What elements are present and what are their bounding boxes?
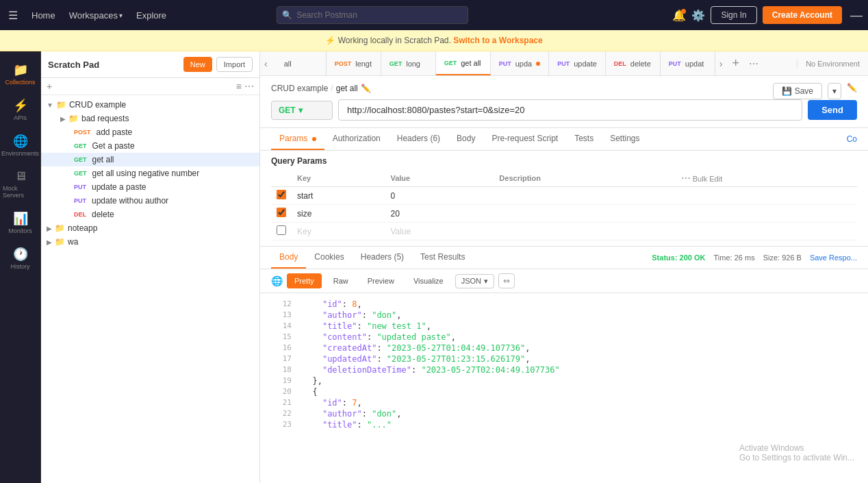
tab-settings[interactable]: Settings (602, 128, 648, 150)
tree-search-input[interactable] (55, 82, 233, 91)
sidebar-item-history[interactable]: 🕐 History (0, 241, 40, 275)
param-size-key[interactable]: size (292, 205, 385, 223)
tab-body[interactable]: Body (448, 128, 483, 150)
sidebar-item-monitors[interactable]: 📊 Monitors (0, 206, 40, 240)
tab-get-all-label: get all (461, 59, 481, 67)
more-icon[interactable]: ⋯ (244, 81, 254, 92)
update-paste-label: update a paste (92, 182, 254, 192)
format-pretty[interactable]: Pretty (287, 273, 322, 288)
sidebar-item-apis[interactable]: ⚡ APIs (0, 92, 40, 127)
tree-item-noteapp[interactable]: ▶ 📁 noteapp (41, 221, 259, 235)
tab-pre-request[interactable]: Pre-request Script (483, 128, 566, 150)
format-raw[interactable]: Raw (326, 273, 356, 288)
code-line: 23 "title": "..." (260, 419, 868, 430)
sidebar-item-environments[interactable]: 🌐 Environments (0, 128, 40, 162)
sidebar-item-mock-servers[interactable]: 🖥 Mock Servers (0, 164, 40, 204)
tab-put-updat[interactable]: PUT updat (661, 51, 715, 75)
send-button[interactable]: Send (808, 100, 857, 120)
tree-item-bad-requests[interactable]: ▶ 📁 bad requests (41, 112, 259, 125)
tab-authorization[interactable]: Authorization (324, 128, 389, 150)
param-empty-value[interactable]: Value (385, 223, 494, 240)
tree-header-actions: New Import (183, 57, 253, 72)
param-empty-check-cell (271, 223, 292, 240)
param-size-value[interactable]: 20 (385, 205, 494, 223)
tree-item-wa[interactable]: ▶ 📁 wa (41, 235, 259, 249)
line-content: "deletionDateTime": "2023-05-27T02:04:49… (303, 365, 560, 375)
tab-headers[interactable]: Headers (6) (389, 128, 448, 150)
response-tab-cookies[interactable]: Cookies (306, 247, 352, 269)
breadcrumb-collection[interactable]: CRUD example (271, 84, 328, 93)
create-account-button[interactable]: Create Account (763, 6, 842, 24)
param-size-checkbox[interactable] (277, 208, 286, 217)
params-more-button[interactable]: ⋯ (681, 173, 691, 184)
tab-put-upda[interactable]: PUT upda (491, 51, 549, 75)
tabs-prev-button[interactable]: ‹ (260, 58, 272, 69)
json-chevron: ▾ (484, 277, 488, 286)
tree-item-update-paste[interactable]: PUT update a paste (41, 180, 259, 194)
tree-item-crud-root[interactable]: ▼ 📁 CRUD example (41, 98, 259, 112)
bulk-edit-button[interactable]: Bulk Edit (693, 175, 722, 183)
environment-selector[interactable]: No Environment (797, 60, 868, 68)
tab-put-update[interactable]: PUT update (549, 51, 606, 75)
save-button[interactable]: 💾 Save (773, 83, 822, 99)
switch-workspace-link[interactable]: Switch to a Workspace (453, 36, 542, 45)
method-selector[interactable]: GET ▾ (271, 101, 333, 120)
param-start-extra (676, 187, 857, 205)
new-button[interactable]: New (183, 57, 212, 72)
line-number: 20 (271, 387, 292, 396)
response-tab-headers[interactable]: Headers (5) (353, 247, 412, 269)
line-wrap-button[interactable]: ⇔ (498, 273, 515, 288)
param-start-checkbox[interactable] (277, 190, 286, 199)
tab-get-long[interactable]: GET long (381, 51, 436, 75)
tree-item-get-all-neg[interactable]: GET get all using negative number (41, 166, 259, 180)
tab-params[interactable]: Params (271, 128, 324, 150)
tree-item-add-paste[interactable]: POST add paste (41, 125, 259, 139)
new-tab-button[interactable]: + (726, 56, 745, 71)
param-start-value[interactable]: 0 (385, 187, 494, 205)
format-visualize[interactable]: Visualize (406, 273, 451, 288)
param-empty-checkbox[interactable] (277, 225, 286, 235)
plus-icon[interactable]: + (47, 81, 52, 92)
workspaces-menu[interactable]: Workspaces ▾ (64, 8, 128, 23)
notifications-button[interactable]: 🔔 (672, 9, 686, 22)
menu-icon[interactable]: ☰ (5, 6, 21, 25)
param-empty-key[interactable]: Key (292, 223, 385, 240)
sidebar-item-collections[interactable]: 📁 Collections (0, 57, 40, 91)
line-content: "id": 8, (303, 299, 362, 309)
tab-post-lengt[interactable]: POST lengt (327, 51, 381, 75)
response-tab-test-results[interactable]: Test Results (412, 247, 473, 269)
tree-item-update-no-author[interactable]: PUT update withou author (41, 194, 259, 208)
edit-pencil-icon[interactable]: ✏️ (847, 83, 857, 99)
tree-item-get-all[interactable]: GET get all (41, 153, 259, 166)
tabs-next-button[interactable]: › (715, 58, 727, 69)
request-area: CRUD example / get all ✏️ 💾 Save ▾ ✏️ GE… (260, 76, 868, 128)
response-tab-body[interactable]: Body (271, 247, 306, 269)
save-dropdown-button[interactable]: ▾ (828, 83, 841, 99)
line-number: 15 (271, 332, 292, 341)
line-content: }, (303, 376, 322, 386)
save-response-button[interactable]: Save Respo... (810, 253, 857, 262)
edit-icon[interactable]: ✏️ (361, 84, 371, 93)
tab-get-all[interactable]: GET get all (436, 51, 491, 75)
globe-icon[interactable]: 🌐 (271, 275, 283, 286)
import-button[interactable]: Import (216, 57, 253, 72)
tree-item-get-paste[interactable]: GET Get a paste (41, 139, 259, 153)
settings-icon[interactable]: ⚙️ (691, 9, 705, 22)
home-link[interactable]: Home (26, 8, 61, 23)
explore-link[interactable]: Explore (131, 8, 172, 23)
param-start-key[interactable]: start (292, 187, 385, 205)
tab-del-delete[interactable]: DEL delete (606, 51, 661, 75)
tree-item-delete[interactable]: DEL delete (41, 208, 259, 221)
tab-get-all-method: GET (444, 60, 457, 66)
minimize-icon[interactable]: — (850, 8, 863, 23)
sort-icon[interactable]: ≡ (236, 81, 242, 92)
tabs-more-button[interactable]: ⋯ (745, 58, 763, 69)
tab-all[interactable]: all (272, 51, 327, 75)
breadcrumb-row: CRUD example / get all ✏️ 💾 Save ▾ ✏️ (271, 83, 857, 99)
tab-tests[interactable]: Tests (566, 128, 602, 150)
json-format-selector[interactable]: JSON ▾ (455, 274, 494, 288)
search-input[interactable] (277, 6, 468, 24)
signin-button[interactable]: Sign In (711, 6, 756, 24)
format-preview[interactable]: Preview (360, 273, 402, 288)
url-input[interactable] (338, 99, 802, 121)
